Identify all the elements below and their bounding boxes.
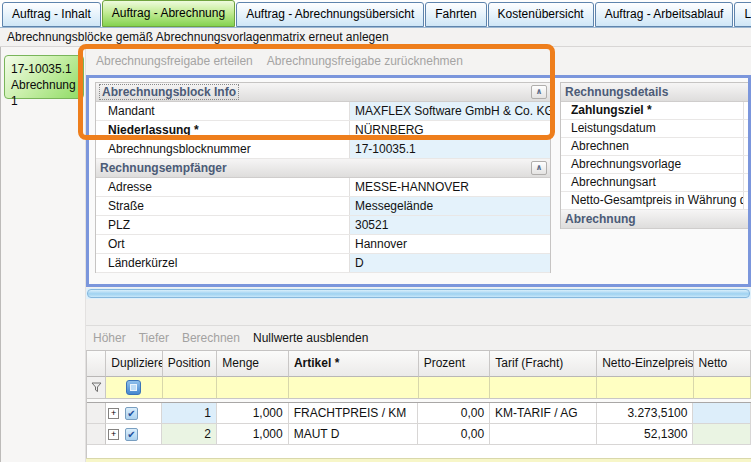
expand-icon[interactable]: + [108,429,119,440]
field-value[interactable]: 17-10035.1 [349,140,550,158]
filter-cell-tarif[interactable] [490,377,597,399]
field-label: Zahlungsziel * [561,102,744,119]
column-header-prozent[interactable]: Prozent [419,351,491,377]
field-value[interactable]: MESSE-HANNOVER [349,178,550,196]
field-value[interactable] [744,120,751,137]
billing-block-card[interactable]: 17-10035.1 Abrechnung 1 [4,55,84,99]
cell-position[interactable]: 2 [162,424,217,445]
field-label: Abrechnungsvorlage [561,156,744,173]
cell-netto-einzelpreis[interactable]: 52,1300 [597,424,693,445]
cell-prozent[interactable]: 0,00 [418,424,490,445]
cell-tarif[interactable]: KM-TARIF / AG [490,403,597,424]
cell-netto-gesamtpreis[interactable] [693,424,751,445]
tab-auftrag-abrechnungsuebersicht[interactable]: Auftrag - Abrechnungsübersicht [236,2,424,27]
duplizieren-checkbox[interactable]: ✔ [125,428,138,441]
field-row-mandant: Mandant MAXFLEX Software GmbH & Co. KG [96,102,550,121]
filter-cell-position[interactable] [163,377,217,399]
column-header-duplizieren[interactable]: Duplizieren [106,351,162,377]
billing-detail-panel: Abrechnungsblock Info ∧ Mandant MAXFLEX … [86,75,751,287]
column-header-netto-einzelpreis[interactable]: Netto-Einzelpreis [597,351,693,377]
field-value[interactable] [744,102,751,119]
tab-auftrag-arbeitsablauf[interactable]: Auftrag - Arbeitsablauf [595,2,734,27]
scrollbar-thumb[interactable] [87,289,750,298]
filter-cell-duplizieren[interactable] [106,377,162,399]
column-header-position[interactable]: Position [163,351,218,377]
field-label: Straße [96,197,349,215]
field-value[interactable] [744,138,751,155]
field-row-niederlassung: Niederlassung * NÜRNBERG [96,121,550,140]
field-value[interactable]: D [349,254,550,272]
field-row-laenderkuerzel: Länderkürzel D [96,254,550,273]
section-title: Rechnungsdetails [565,85,668,99]
collapse-icon[interactable]: ∧ [531,85,547,99]
section-title: Abrechnung [565,212,636,226]
field-value[interactable]: Messegelände [349,197,550,215]
tab-fahrten[interactable]: Fahrten [425,2,486,27]
field-value[interactable] [744,192,751,209]
row-indicator [87,403,106,424]
filter-cell-prozent[interactable] [419,377,491,399]
filter-cell-netto-einzelpreis[interactable] [597,377,693,399]
field-row-plz: PLZ 30521 [96,216,550,235]
column-header-netto-gesamtpreis[interactable]: Netto [694,351,751,377]
calculate-button[interactable]: Berechnen [182,331,240,345]
sidebar: 17-10035.1 Abrechnung 1 [0,47,86,462]
billing-block-number: 17-10035.1 [11,61,83,77]
filter-cell-artikel[interactable] [289,377,419,399]
move-down-button[interactable]: Tiefer [139,331,169,345]
table-row: + ✔ 1 1,000 FRACHTPREIS / KM 0,00 KM-TAR… [87,403,751,424]
expand-icon[interactable]: + [108,408,119,419]
cell-prozent[interactable]: 0,00 [418,403,490,424]
cell-netto-einzelpreis[interactable]: 3.273,5100 [597,403,693,424]
tab-bar: Auftrag - Inhalt Auftrag - Abrechnung Au… [0,0,751,28]
tab-kostenuebersicht[interactable]: Kostenübersicht [488,2,594,27]
horizontal-scrollbar[interactable] [86,288,751,299]
positions-grid: Duplizieren Position Menge Artikel * Pro… [86,350,751,462]
menu-item-abrechnungsbloecke-anlegen[interactable]: Abrechnungsblöcke gemäß Abrechnungsvorla… [7,30,389,44]
cell-artikel[interactable]: MAUT D [289,424,419,445]
duplizieren-checkbox[interactable]: ✔ [125,407,138,420]
field-row-abrechnen: Abrechnen [561,138,751,156]
cell-netto-gesamtpreis[interactable] [693,403,751,424]
move-up-button[interactable]: Höher [93,331,126,345]
column-header-artikel[interactable]: Artikel * [289,351,419,377]
field-value[interactable]: NÜRNBERG [349,121,550,139]
billing-block-label: Abrechnung 1 [11,77,83,109]
checkbox-filter-icon[interactable] [126,380,141,395]
column-header-indicator [87,351,106,377]
section-header-rechnungsdetails: Rechnungsdetails [561,83,751,102]
filter-cell-menge[interactable] [217,377,289,399]
cell-duplizieren: + ✔ [106,424,162,445]
field-value[interactable] [744,156,751,173]
filter-cell-netto-gesamtpreis[interactable] [694,377,751,399]
field-label: PLZ [96,216,349,234]
field-row-abrechnungsvorlage: Abrechnungsvorlage [561,156,751,174]
field-row-ort: Ort Hannover [96,235,550,254]
cell-menge[interactable]: 1,000 [217,403,289,424]
table-row: + ✔ 2 1,000 MAUT D 0,00 52,1300 [87,424,751,445]
cell-artikel[interactable]: FRACHTPREIS / KM [289,403,419,424]
grant-billing-release-button[interactable]: Abrechnungsfreigabe erteilen [96,54,253,68]
field-value[interactable]: Hannover [349,235,550,253]
filter-funnel-icon[interactable] [91,382,102,393]
tab-auftrag-abrechnung[interactable]: Auftrag - Abrechnung [102,0,235,27]
menu-bar: Abrechnungsblöcke gemäß Abrechnungsvorla… [0,28,751,47]
field-value[interactable]: 30521 [349,216,550,234]
row-indicator [87,424,106,445]
column-header-menge[interactable]: Menge [217,351,289,377]
tab-auftrag-inhalt[interactable]: Auftrag - Inhalt [2,2,101,27]
cell-menge[interactable]: 1,000 [217,424,289,445]
cell-tarif[interactable] [490,424,597,445]
field-value[interactable] [744,174,751,191]
collapse-icon[interactable]: ∧ [531,161,547,175]
field-value[interactable]: MAXFLEX Software GmbH & Co. KG [349,102,550,120]
grid-header-row: Duplizieren Position Menge Artikel * Pro… [87,351,751,377]
field-label: Abrechnen [561,138,744,155]
field-row-netto-gesamtpreis: Netto-Gesamtpreis in Währung des [561,192,751,210]
tab-ladungsinhalte[interactable]: Ladungsinhalte [734,2,751,27]
hide-zero-values-button[interactable]: Nullwerte ausblenden [253,331,368,345]
column-header-tarif[interactable]: Tarif (Fracht) [490,351,597,377]
revoke-billing-release-button[interactable]: Abrechnungsfreigabe zurücknehmen [267,54,463,68]
field-label: Abrechnungsart [561,174,744,191]
cell-position[interactable]: 1 [162,403,217,424]
